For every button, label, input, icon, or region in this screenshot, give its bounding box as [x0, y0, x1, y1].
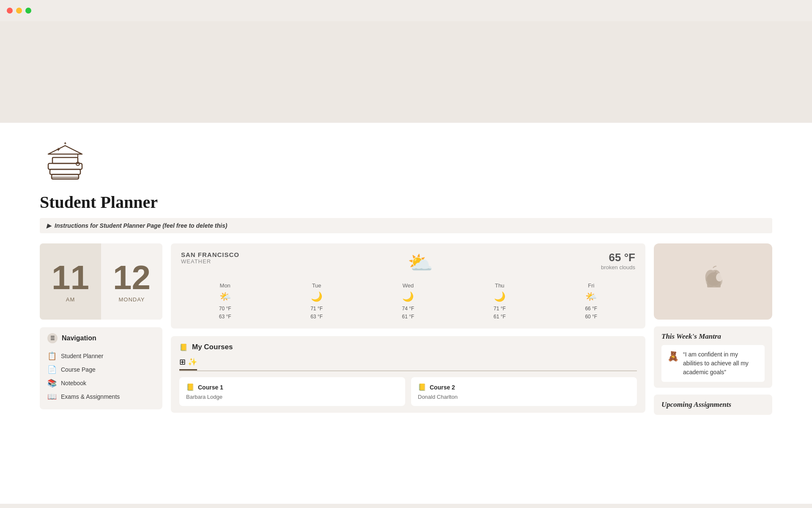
weather-city: SAN FRANCISCO — [181, 251, 239, 258]
weather-current-desc: broken clouds — [601, 264, 635, 271]
nav-header: ☰ Navigation — [47, 333, 155, 343]
clock-hour: 11 — [52, 261, 89, 295]
course-2-teacher: Donald Charlton — [418, 394, 630, 400]
weather-day-temps-fri: 66 °F 60 °F — [547, 305, 635, 321]
weather-day-low-thu: 61 °F — [455, 313, 543, 321]
course-2-icon: 📒 — [418, 383, 426, 391]
course-1-icon: 📒 — [186, 383, 195, 391]
course-card-header-1: 📒 Course 1 — [186, 383, 398, 391]
weather-day-name-wed: Wed — [364, 282, 452, 289]
weather-location: SAN FRANCISCO WEATHER — [181, 251, 239, 265]
mantra-widget: This Week's Mantra 🧸 “I am confident in … — [654, 326, 772, 388]
weather-day-low-wed: 61 °F — [364, 313, 452, 321]
maximize-button[interactable] — [25, 8, 31, 14]
nav-item-notebook[interactable]: 📚 Notebook — [47, 376, 155, 390]
weather-day-temps-mon: 70 °F 63 °F — [181, 305, 269, 321]
courses-grid: 📒 Course 1 Barbara Lodge 📒 Course 2 Dona… — [179, 377, 637, 406]
weather-day-name-tue: Tue — [272, 282, 360, 289]
svg-rect-14 — [707, 281, 721, 287]
weather-day-name-thu: Thu — [455, 282, 543, 289]
nav-header-icon: ☰ — [47, 333, 58, 343]
course-card-1[interactable]: 📒 Course 1 Barbara Lodge — [179, 377, 405, 406]
notebook-icon: 📚 — [47, 378, 57, 388]
weather-day-name-fri: Fri — [547, 282, 635, 289]
weather-day-high-mon: 70 °F — [181, 305, 269, 313]
mantra-icon: 🧸 — [667, 351, 679, 362]
weather-current-temp: 65 °F — [601, 251, 635, 264]
svg-marker-6 — [48, 146, 82, 154]
courses-widget: 📒 My Courses ⊞ ✨ 📒 Course 1 Barbara Lodg… — [171, 336, 645, 413]
courses-title: My Courses — [192, 343, 233, 351]
student-planner-icon: 📋 — [47, 351, 57, 361]
main-grid: 11 AM 12 MONDAY ☰ Navigation 📋 Student P… — [40, 243, 772, 415]
weather-day-low-mon: 63 °F — [181, 313, 269, 321]
page-title: Student Planner — [40, 192, 772, 212]
instructions-row[interactable]: ▶ Instructions for Student Planner Page … — [40, 218, 772, 233]
course-page-icon: 📄 — [47, 365, 57, 374]
exams-icon: 📖 — [47, 392, 57, 401]
assignments-widget: Upcoming Assignments — [654, 395, 772, 415]
mantra-text: “I am confident in my abilities to achie… — [683, 350, 759, 377]
clock-period: AM — [66, 296, 75, 303]
nav-label-student-planner: Student Planner — [61, 353, 103, 359]
weather-day-high-fri: 66 °F — [547, 305, 635, 313]
logo-area: ✦ ✦ — [40, 123, 772, 192]
weather-day-icon-tue: 🌙 — [272, 291, 360, 302]
weather-days: Mon 🌤️ 70 °F 63 °F Tue 🌙 71 °F 63 — [181, 282, 635, 321]
nav-item-exams[interactable]: 📖 Exams & Assignments — [47, 390, 155, 403]
weather-day-temps-wed: 74 °F 61 °F — [364, 305, 452, 321]
apple-logo-icon — [688, 265, 738, 298]
weather-day-low-tue: 63 °F — [272, 313, 360, 321]
clock-hour-panel: 11 AM — [40, 243, 101, 320]
weather-day-mon: Mon 🌤️ 70 °F 63 °F — [181, 282, 269, 321]
minimize-button[interactable] — [16, 8, 22, 14]
weather-day-temps-thu: 71 °F 61 °F — [455, 305, 543, 321]
weather-current-icon: ⛅ — [408, 251, 433, 275]
assignments-title: Upcoming Assignments — [661, 400, 765, 409]
right-column: This Week's Mantra 🧸 “I am confident in … — [654, 243, 772, 415]
clock-minute: 12 — [113, 261, 151, 295]
close-button[interactable] — [7, 8, 13, 14]
svg-text:✦: ✦ — [56, 146, 61, 153]
weather-day-high-thu: 71 °F — [455, 305, 543, 313]
graduation-icon: ✦ ✦ — [40, 133, 91, 184]
svg-text:✦: ✦ — [63, 141, 67, 146]
weather-day-icon-wed: 🌙 — [364, 291, 452, 302]
weather-day-low-fri: 60 °F — [547, 313, 635, 321]
mantra-box: 🧸 “I am confident in my abilities to ach… — [661, 345, 765, 382]
weather-temp-main: 65 °F broken clouds — [601, 251, 635, 271]
clock-day: MONDAY — [118, 296, 145, 303]
course-2-name: Course 2 — [430, 384, 455, 391]
clock-widget: 11 AM 12 MONDAY — [40, 243, 162, 320]
hero-banner — [0, 21, 812, 123]
weather-day-thu: Thu 🌙 71 °F 61 °F — [455, 282, 543, 321]
chevron-right-icon: ▶ — [47, 222, 51, 229]
left-column: 11 AM 12 MONDAY ☰ Navigation 📋 Student P… — [40, 243, 162, 415]
nav-item-student-planner[interactable]: 📋 Student Planner — [47, 349, 155, 363]
svg-rect-0 — [48, 163, 82, 169]
page-content: ✦ ✦ Student Planner ▶ Instructions for S… — [0, 123, 812, 504]
nav-item-course-page[interactable]: 📄 Course Page — [47, 363, 155, 376]
weather-top: SAN FRANCISCO WEATHER ⛅ 65 °F broken clo… — [181, 251, 635, 275]
course-card-2[interactable]: 📒 Course 2 Donald Charlton — [411, 377, 637, 406]
nav-label-course-page: Course Page — [61, 366, 96, 373]
weather-day-icon-fri: 🌤️ — [547, 291, 635, 302]
mantra-title: This Week's Mantra — [661, 332, 765, 341]
svg-point-16 — [716, 273, 723, 282]
courses-tabs: ⊞ ✨ — [179, 357, 637, 371]
courses-header: 📒 My Courses — [179, 343, 637, 351]
middle-column: SAN FRANCISCO WEATHER ⛅ 65 °F broken clo… — [171, 243, 645, 415]
titlebar — [0, 0, 812, 21]
weather-day-tue: Tue 🌙 71 °F 63 °F — [272, 282, 360, 321]
weather-day-icon-mon: 🌤️ — [181, 291, 269, 302]
weather-day-fri: Fri 🌤️ 66 °F 60 °F — [547, 282, 635, 321]
courses-header-icon: 📒 — [179, 343, 188, 351]
weather-day-high-tue: 71 °F — [272, 305, 360, 313]
nav-header-title: Navigation — [62, 334, 96, 342]
tab-grid[interactable]: ⊞ ✨ — [179, 357, 197, 370]
clock-minute-panel: 12 MONDAY — [101, 243, 162, 320]
course-card-header-2: 📒 Course 2 — [418, 383, 630, 391]
weather-widget: SAN FRANCISCO WEATHER ⛅ 65 °F broken clo… — [171, 243, 645, 329]
nav-label-notebook: Notebook — [61, 380, 86, 387]
weather-day-wed: Wed 🌙 74 °F 61 °F — [364, 282, 452, 321]
